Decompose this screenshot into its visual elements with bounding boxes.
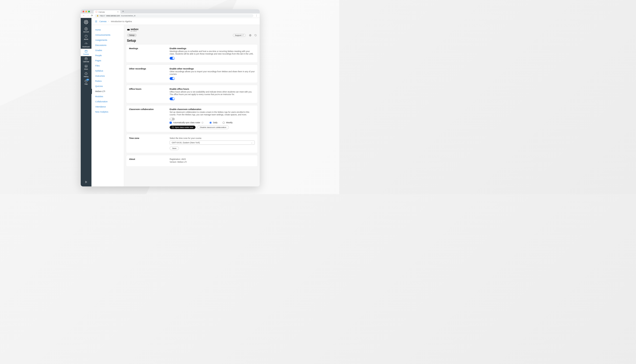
check-icon: ✓ [172, 57, 174, 59]
course-nav-quizzes[interactable]: Quizzes [91, 84, 124, 89]
nav-item-dashboard[interactable]: Dashboard [81, 41, 91, 49]
section-recordings: Other recordings Enable other recordings… [126, 64, 258, 83]
nav-item-inbox[interactable]: Inbox [81, 64, 91, 71]
user-icon [84, 27, 88, 30]
timezone-select[interactable]: GMT-04:00, Eastern (New York) ⌄ [170, 140, 255, 145]
auto-sync-label: Automatically sync class roster [173, 122, 200, 124]
collab-toggle[interactable] [170, 118, 175, 120]
canvas-logo-icon[interactable] [84, 20, 88, 24]
save-button[interactable]: Save [170, 146, 179, 150]
section-title: Other recordings [129, 68, 166, 80]
nav-item-history[interactable]: History [81, 71, 91, 78]
course-nav-new-analytics[interactable]: New Analytics [91, 109, 124, 114]
breadcrumb-root[interactable]: Canvas [99, 20, 107, 22]
recordings-desc: Other recordings allows you to import yo… [170, 70, 255, 76]
version-value: Webex LTI [177, 161, 187, 163]
course-nav-announcements[interactable]: Announcements [91, 32, 124, 38]
chevron-right-icon: › [108, 20, 109, 22]
forward-button[interactable]: → [87, 14, 89, 17]
course-nav-attendance[interactable]: Attendance [91, 104, 124, 109]
window-minimize-icon[interactable] [85, 11, 87, 12]
auto-sync-row: ✓ Automatically sync class roster ⓘ Dail… [170, 122, 255, 124]
chevron-down-icon: ⌄ [251, 142, 253, 144]
main-zone: Canvas › Introduction to Algebra Home An… [91, 18, 260, 186]
course-nav-home[interactable]: Home [91, 27, 124, 32]
content-row: Home Announcements Assignments Discussio… [91, 25, 260, 186]
radio-daily[interactable] [209, 122, 211, 124]
nav-item-courses[interactable]: Courses [81, 49, 91, 56]
recordings-toggle[interactable]: ✓ [170, 77, 175, 80]
new-tab-button[interactable]: + [122, 10, 124, 13]
globe-icon[interactable] [249, 34, 252, 36]
nav-label: Help [84, 83, 88, 85]
radio-weekly[interactable] [223, 122, 225, 124]
course-nav-outcomes[interactable]: Outcomes [91, 74, 124, 78]
setup-tab[interactable]: Setup [127, 34, 137, 37]
disable-collab-button[interactable]: Disable classroom collaboration [197, 126, 229, 129]
nav-item-calendar[interactable]: Calendar [81, 56, 91, 64]
webex-logo-icon [127, 28, 130, 31]
svg-point-11 [86, 28, 87, 29]
support-button[interactable]: Support ↗ [233, 34, 246, 37]
auto-sync-checkbox[interactable]: ✓ [170, 122, 172, 124]
svg-point-7 [87, 21, 88, 21]
nav-label: Inbox [84, 68, 88, 70]
registration-value: 4923 [181, 158, 186, 160]
course-nav-discussions[interactable]: Discussions [91, 43, 124, 48]
svg-rect-15 [85, 58, 87, 60]
tab-strip: Canvas × + [81, 9, 260, 14]
reload-button[interactable]: ⟳ [91, 14, 93, 17]
webex-header: webex by CISCO [126, 28, 258, 34]
url-path: /courses/webex_lti [121, 15, 135, 17]
section-title: Time zone [129, 137, 166, 150]
tab-title: Canvas [98, 11, 105, 13]
window-maximize-icon[interactable] [88, 11, 90, 12]
course-nav-modules[interactable]: Modules [91, 94, 124, 99]
course-nav-webex-lti[interactable]: Webex LTI [91, 89, 124, 94]
meetings-desc: Meetings allows you to schedule and host… [170, 50, 255, 56]
registration-label: Registration: [170, 158, 181, 160]
window-close-icon[interactable] [83, 11, 84, 12]
support-label: Support [235, 34, 242, 36]
course-menu-toggle-icon[interactable] [95, 20, 98, 23]
svg-point-12 [86, 44, 86, 44]
nav-item-account[interactable]: Account [81, 26, 91, 34]
nav-label: Account [83, 31, 89, 32]
sync-now-label: Sync class roster now [175, 126, 193, 128]
course-nav-collaboration[interactable]: Collaboration [91, 99, 124, 104]
timezone-value: GMT-04:00, Eastern (New York) [172, 142, 200, 144]
url-bar[interactable]: 🔒 https://www.canvas.com/courses/webex_l… [95, 14, 253, 17]
collab-desc: Set up classroom collaboration to create… [170, 111, 255, 116]
collapse-nav-button[interactable] [84, 180, 88, 184]
svg-point-8 [85, 23, 85, 24]
url-prefix: https:// [100, 15, 105, 17]
back-button[interactable]: ← [83, 14, 85, 17]
gauge-icon [84, 42, 88, 46]
course-nav-files[interactable]: Files [91, 63, 124, 68]
url-host: www.canvas.com [106, 15, 120, 17]
course-nav-syllabus[interactable]: Syllabus [91, 68, 124, 74]
course-nav-assignments[interactable]: Assignments [91, 38, 124, 43]
nav-label: Dashboard [82, 46, 90, 48]
browser-tab[interactable]: Canvas × [94, 10, 120, 14]
collab-subhead: Enable classroom collaboration [170, 108, 255, 110]
info-icon[interactable]: ⓘ [201, 122, 203, 124]
tab-close-icon[interactable]: × [117, 11, 119, 13]
nav-item-admin[interactable]: Admin [81, 34, 91, 41]
app-container: Account Admin Dashboard Courses [81, 18, 260, 186]
office-toggle[interactable]: ✓ [170, 98, 175, 100]
sign-out-icon[interactable] [254, 34, 257, 36]
course-nav-grades[interactable]: Grades [91, 48, 124, 53]
course-nav-pages[interactable]: Pages [91, 58, 124, 63]
check-icon: ✓ [172, 77, 174, 80]
svg-point-21 [86, 82, 86, 82]
collab-buttons: Sync class roster now Disable classroom … [170, 126, 255, 129]
sync-now-button[interactable]: Sync class roster now [170, 126, 195, 129]
nav-item-help[interactable]: 10 Help [81, 78, 91, 86]
course-nav-rubrics[interactable]: Rubics [91, 78, 124, 84]
browser-menu-button[interactable]: ⋮ [255, 14, 258, 17]
meetings-toggle[interactable]: ✓ [170, 57, 175, 60]
svg-point-9 [87, 23, 88, 24]
external-link-icon: ↗ [242, 34, 244, 36]
course-nav-people[interactable]: People [91, 53, 124, 58]
